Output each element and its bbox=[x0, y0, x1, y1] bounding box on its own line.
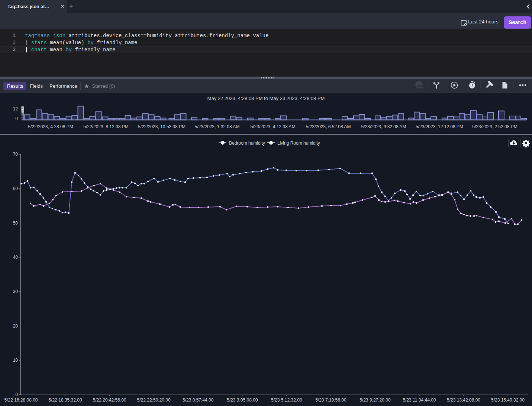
svg-text:5/23/2023, 2:52:08 PM: 5/23/2023, 2:52:08 PM bbox=[472, 124, 517, 129]
svg-text:60: 60 bbox=[13, 186, 18, 191]
svg-text:5/22 16:28:08.00: 5/22 16:28:08.00 bbox=[4, 397, 38, 403]
svg-text:5/22 22:50:20.00: 5/22 22:50:20.00 bbox=[137, 397, 171, 403]
svg-text:10: 10 bbox=[13, 358, 18, 363]
svg-text:5/23/2023, 1:32:08 AM: 5/23/2023, 1:32:08 AM bbox=[195, 124, 240, 129]
svg-text:0: 0 bbox=[15, 392, 18, 397]
svg-text:12: 12 bbox=[13, 106, 18, 112]
svg-text:5/23 9:27:20.00: 5/23 9:27:20.00 bbox=[359, 397, 391, 403]
svg-text:5/22/2023, 8:12:08 PM: 5/22/2023, 8:12:08 PM bbox=[83, 124, 128, 129]
svg-text:5/23/2023, 6:52:08 AM: 5/23/2023, 6:52:08 AM bbox=[306, 124, 351, 129]
svg-text:5/23 3:05:08.00: 5/23 3:05:08.00 bbox=[227, 397, 258, 403]
svg-text:5/23 5:12:32.00: 5/23 5:12:32.00 bbox=[271, 397, 302, 403]
svg-text:0: 0 bbox=[15, 116, 18, 121]
svg-text:20: 20 bbox=[13, 323, 18, 329]
svg-text:70: 70 bbox=[13, 152, 18, 157]
svg-text:30: 30 bbox=[13, 289, 18, 294]
svg-text:5/23/2023, 9:32:08 AM: 5/23/2023, 9:32:08 AM bbox=[361, 124, 406, 129]
svg-text:5/23 13:42:08.00: 5/23 13:42:08.00 bbox=[447, 397, 480, 403]
svg-text:5/22 20:42:56.00: 5/22 20:42:56.00 bbox=[93, 397, 126, 403]
svg-text:5/22 18:35:32.00: 5/22 18:35:32.00 bbox=[49, 397, 82, 403]
svg-text:5/23 7:19:56.00: 5/23 7:19:56.00 bbox=[315, 397, 346, 403]
svg-text:50: 50 bbox=[13, 220, 18, 226]
svg-text:5/23 11:34:44.00: 5/23 11:34:44.00 bbox=[403, 397, 436, 403]
svg-text:5/23 15:49:32.00: 5/23 15:49:32.00 bbox=[491, 397, 525, 403]
svg-text:40: 40 bbox=[13, 255, 18, 260]
svg-text:5/22/2023, 4:28:08 PM: 5/22/2023, 4:28:08 PM bbox=[28, 124, 73, 129]
svg-text:5/23 0:57:44.00: 5/23 0:57:44.00 bbox=[183, 397, 214, 403]
svg-text:5/23/2023, 4:12:08 AM: 5/23/2023, 4:12:08 AM bbox=[251, 124, 296, 129]
svg-text:5/22/2023, 10:52:08 PM: 5/22/2023, 10:52:08 PM bbox=[138, 124, 186, 129]
svg-text:5/23/2023, 12:12:08 PM: 5/23/2023, 12:12:08 PM bbox=[416, 124, 463, 129]
